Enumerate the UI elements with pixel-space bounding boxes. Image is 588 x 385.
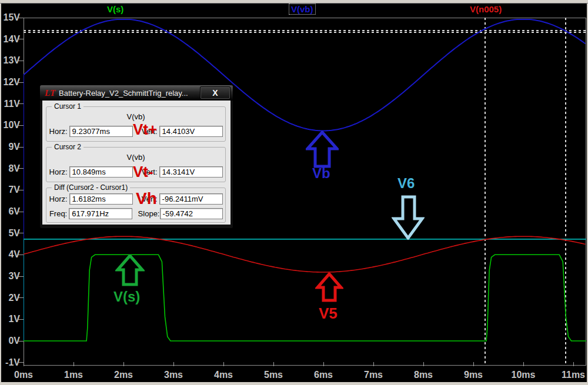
close-button[interactable]: X — [200, 86, 230, 99]
cursor2-horz-label: Horz: — [49, 168, 68, 176]
vs-up-arrow-icon — [115, 255, 145, 286]
y-axis-tick-label: 11V — [0, 99, 20, 109]
v5-annotation-label: V5 — [319, 304, 338, 323]
cursor1-horz-value[interactable]: 9.23077ms — [69, 126, 133, 137]
diff-horz-label: Horz: — [49, 195, 68, 203]
cursor1-group-title: Cursor 1 — [52, 102, 83, 111]
diff-horz-value[interactable]: 1.6182ms — [69, 193, 133, 205]
trace-label-vn005[interactable]: V(n005) — [470, 4, 502, 14]
x-axis-tick-label: 8ms — [403, 370, 444, 380]
x-axis-tick-label: 4ms — [203, 370, 244, 380]
vt-plus-annotation: Vt+ — [133, 122, 157, 137]
waveform-window: V(s) V(vb) V(n005) Vb V6 V(s) V5 LT Batt… — [0, 0, 588, 385]
v6-annotation-label: V6 — [397, 175, 415, 192]
x-axis-tick-label: 9ms — [453, 370, 494, 380]
y-axis-tick-label: 4V — [0, 249, 20, 260]
vh-annotation: Vh — [136, 191, 157, 206]
vs-annotation-label: V(s) — [113, 289, 140, 305]
x-axis-tick-label: 3ms — [153, 370, 194, 380]
y-axis-tick-label: 5V — [0, 228, 20, 239]
x-axis-tick-label: 2ms — [103, 370, 144, 380]
cursor2-group-title: Cursor 2 — [52, 143, 83, 151]
y-axis-tick-label: 1V — [0, 314, 20, 324]
y-axis-tick-label: 0V — [0, 336, 20, 346]
x-axis-tick-label: 0ms — [3, 370, 44, 380]
ltspice-logo-icon: LT — [45, 88, 55, 98]
cursor1-trace-name: V(vb) — [46, 112, 225, 121]
y-axis-tick-label: 2V — [0, 293, 20, 303]
vb-up-arrow-icon — [306, 130, 339, 168]
x-axis-tick-label: 6ms — [303, 370, 344, 380]
cursor2-horz-value[interactable]: 10.849ms — [69, 166, 133, 178]
vb-annotation-label: Vb — [312, 165, 330, 182]
dialog-titlebar[interactable]: LT Battery-Relay_V2_SchmittTrig_relay...… — [40, 85, 233, 101]
y-axis-tick-label: 10V — [0, 120, 20, 130]
y-axis-tick-label: 9V — [0, 142, 20, 152]
x-axis-tick-label: 5ms — [253, 370, 294, 380]
y-axis-tick-label: 6V — [0, 206, 20, 217]
trace-label-vvb[interactable]: V(vb) — [289, 4, 316, 15]
y-axis-tick-label: 3V — [0, 271, 20, 282]
y-axis-tick-label: 15V — [0, 12, 20, 23]
y-axis-tick-label: 7V — [0, 185, 20, 195]
y-axis-tick-label: 8V — [0, 163, 20, 174]
cursor1-horz-label: Horz: — [49, 127, 68, 136]
dialog-title: Battery-Relay_V2_SchmittTrig_relay... — [59, 89, 200, 98]
x-axis-tick-label: 10ms — [503, 370, 544, 380]
diff-vert-value[interactable]: -96.2411mV — [159, 193, 223, 205]
x-axis-tick-label: 11ms — [553, 370, 588, 380]
trace-vs — [24, 255, 586, 341]
slope-value[interactable]: -59.4742 — [160, 208, 223, 219]
trace-label-vs[interactable]: V(s) — [107, 4, 123, 14]
slope-label: Slope: — [138, 209, 158, 218]
v6-down-arrow-icon — [392, 195, 425, 240]
cursor-dialog: LT Battery-Relay_V2_SchmittTrig_relay...… — [39, 85, 233, 229]
cursor1-vert-value[interactable]: 14.4103V — [159, 126, 223, 137]
freq-value[interactable]: 617.971Hz — [69, 208, 132, 219]
y-axis-tick-label: 13V — [0, 55, 20, 66]
y-axis-tick-label: 12V — [0, 77, 20, 88]
y-axis-tick-label: 14V — [0, 34, 20, 45]
freq-label: Freq: — [49, 209, 67, 218]
y-axis-tick-label: -1V — [0, 357, 20, 368]
v5-up-arrow-icon — [315, 273, 343, 302]
cursor2-vert-value[interactable]: 14.3141V — [159, 166, 223, 178]
x-axis-tick-label: 1ms — [53, 370, 94, 380]
vt-minus-annotation: Vt- — [133, 164, 153, 179]
x-axis-tick-label: 7ms — [353, 370, 394, 380]
cursor2-trace-name: V(vb) — [46, 153, 225, 162]
diff-group-title: Diff (Cursor2 - Cursor1) — [52, 183, 130, 192]
